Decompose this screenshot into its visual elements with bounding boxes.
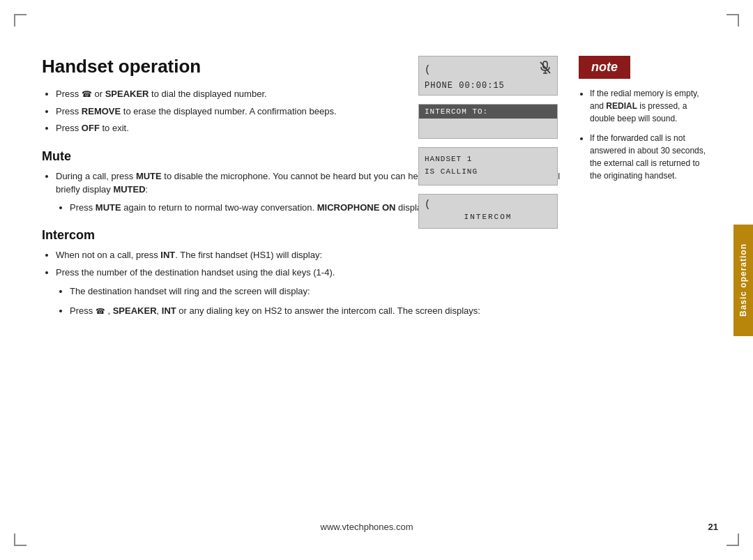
intercom-header: INTERCOM TO:: [419, 105, 557, 119]
intercom-bottom-screen: ( INTERCOM: [418, 194, 558, 229]
intercom-bullets: When not on a call, press INT. The first…: [42, 248, 572, 279]
note-bullet-1: If the redial memory is empty, and REDIA…: [590, 87, 711, 125]
footer-url: www.vtechphones.com: [321, 522, 413, 532]
intercom-extra: The destination handset will ring and th…: [42, 285, 572, 298]
corner-mark-bl: [14, 533, 26, 546]
phone-icon: (: [425, 64, 430, 75]
intercom-answer: Press ☎ , SPEAKER, INT or any dialing ke…: [42, 304, 572, 318]
phone-screen-display: ( PHONE 00:00:15: [418, 56, 558, 96]
corner-mark-br: [727, 533, 739, 546]
note-area: note If the redial memory is empty, and …: [579, 56, 711, 189]
sidebar-tab: Basic operation: [733, 225, 753, 336]
screen-area: ( PHONE 00:00:15 INTERCOM TO: HANDSET 1 …: [418, 56, 558, 237]
list-item: Press ☎ , SPEAKER, INT or any dialing ke…: [70, 304, 572, 318]
handset-calling-line2: IS CALLING: [425, 166, 552, 179]
intercom-to-screen: INTERCOM TO:: [418, 104, 558, 139]
phone-screen-line2: PHONE 00:00:15: [425, 81, 552, 91]
note-bullet-2: If the forwarded call is not answered in…: [590, 132, 711, 182]
intercom-body: [419, 119, 557, 138]
list-item: The destination handset will ring and th…: [70, 285, 572, 298]
intercom-bottom-icon: (: [425, 199, 552, 210]
list-item: When not on a call, press INT. The first…: [56, 248, 572, 262]
list-item: Press the number of the destination hand…: [56, 266, 572, 280]
handset-calling-screen: HANDSET 1 IS CALLING: [418, 147, 558, 186]
page-number: 21: [708, 522, 718, 532]
intercom-bottom-label: INTERCOM: [425, 213, 552, 221]
sidebar-tab-label: Basic operation: [738, 243, 748, 317]
handset-calling-line1: HANDSET 1: [425, 153, 552, 166]
corner-mark-tr: [727, 14, 739, 27]
note-bullets: If the redial memory is empty, and REDIA…: [579, 87, 711, 182]
mute-icon: [539, 61, 552, 78]
note-badge: note: [579, 56, 630, 79]
footer: www.vtechphones.com: [0, 522, 733, 532]
corner-mark-tl: [14, 14, 26, 27]
